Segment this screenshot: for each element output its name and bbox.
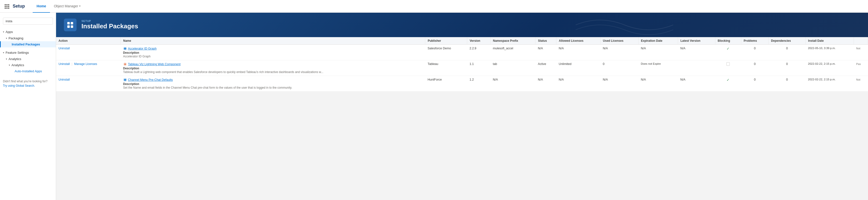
namespace-channel: N/A bbox=[490, 76, 535, 92]
col-latest: Latest Version bbox=[678, 37, 715, 45]
checkbox-icon-tableau[interactable] bbox=[726, 62, 730, 66]
install-date-channel: 2022-02-22, 2:15 p.m. bbox=[806, 76, 854, 92]
svg-rect-5 bbox=[8, 6, 9, 7]
sidebar-group-apps[interactable]: ▾ Apps bbox=[0, 29, 56, 35]
publisher-tableau: Tableau bbox=[425, 60, 467, 76]
package-icon-accel bbox=[123, 47, 127, 51]
package-link-accel[interactable]: Accelerator ID Graph bbox=[128, 47, 157, 50]
svg-rect-0 bbox=[5, 4, 6, 5]
used-accel: N/A bbox=[600, 45, 638, 60]
apps-chevron-icon: ▾ bbox=[3, 31, 4, 33]
packaging-chevron-icon: ▾ bbox=[6, 37, 7, 39]
version-accel: 2.2.9 bbox=[467, 45, 491, 60]
name-cell-accel: Accelerator ID Graph Description Acceler… bbox=[121, 45, 425, 60]
page-header-title: Installed Packages bbox=[82, 23, 138, 30]
end-status-channel: Not bbox=[854, 76, 868, 92]
svg-rect-4 bbox=[6, 6, 7, 7]
sidebar: ▾ Apps ▾ Packaging Installed Packages ▾ … bbox=[0, 13, 56, 200]
sidebar-bottom-help: Didn't find what you're looking for? Try… bbox=[0, 75, 56, 92]
desc-text-channel: Set the Name and email fields in the Cha… bbox=[123, 86, 423, 89]
dependencies-accel: 0 bbox=[769, 45, 806, 60]
status-channel: N/A bbox=[535, 76, 556, 92]
allowed-tableau: Unlimited bbox=[556, 60, 600, 76]
manage-licenses-link-tableau[interactable]: Manage Licenses bbox=[74, 62, 97, 66]
col-expiration: Expiration Date bbox=[638, 37, 678, 45]
install-date-accel: 2022-05-10, 3:39 p.m. bbox=[806, 45, 854, 60]
feature-settings-chevron-icon: ▾ bbox=[3, 51, 4, 54]
dependencies-channel: 0 bbox=[769, 76, 806, 92]
latest-accel: N/A bbox=[678, 45, 715, 60]
desc-label-tableau: Description bbox=[123, 67, 423, 70]
sidebar-subgroup-analytics[interactable]: ▾ Analytics bbox=[0, 56, 56, 62]
action-separator: | bbox=[72, 62, 72, 66]
dependencies-tableau: 0 bbox=[769, 60, 806, 76]
tab-home[interactable]: Home bbox=[33, 0, 50, 13]
allowed-channel: N/A bbox=[556, 76, 600, 92]
blocking-tableau bbox=[715, 60, 741, 76]
col-name: Name bbox=[121, 37, 425, 45]
nav-tabs: Home Object Manager ▾ bbox=[33, 0, 84, 13]
uninstall-link-accel[interactable]: Uninstall bbox=[59, 47, 70, 50]
blocking-accel: ✓ bbox=[715, 45, 741, 60]
version-tableau: 1.1 bbox=[467, 60, 491, 76]
latest-tableau bbox=[678, 60, 715, 76]
used-channel: N/A bbox=[600, 76, 638, 92]
check-icon-channel: ✓ bbox=[726, 78, 730, 82]
sidebar-search-container bbox=[0, 16, 56, 28]
action-cell-channel: Uninstall bbox=[56, 76, 121, 92]
svg-rect-8 bbox=[8, 7, 9, 9]
uninstall-link-tableau[interactable]: Uninstall bbox=[59, 62, 70, 66]
sidebar-subgroup-packaging[interactable]: ▾ Packaging bbox=[0, 35, 56, 41]
tab-object-manager[interactable]: Object Manager ▾ bbox=[50, 0, 84, 13]
app-launcher-icon[interactable] bbox=[3, 2, 11, 10]
sidebar-item-installed-packages[interactable]: Installed Packages bbox=[0, 41, 56, 47]
col-problems: Problems bbox=[741, 37, 768, 45]
analytics-chevron-icon: ▾ bbox=[6, 58, 7, 60]
sidebar-section-apps: ▾ Apps ▾ Packaging Installed Packages bbox=[0, 28, 56, 48]
page-header-text: SETUP Installed Packages bbox=[82, 20, 138, 30]
svg-rect-2 bbox=[8, 4, 9, 5]
col-install-date: Install Date bbox=[806, 37, 854, 45]
search-input[interactable] bbox=[3, 18, 53, 25]
desc-label-accel: Description bbox=[123, 51, 423, 54]
namespace-accel: mulesoft_accel bbox=[490, 45, 535, 60]
top-navigation: Setup Home Object Manager ▾ bbox=[0, 0, 868, 13]
expiration-tableau: Does not Expire bbox=[638, 60, 678, 76]
end-status-accel: Not bbox=[854, 45, 868, 60]
svg-rect-1 bbox=[6, 4, 7, 5]
object-manager-dropdown-icon: ▾ bbox=[79, 5, 81, 7]
problems-channel: 0 bbox=[741, 76, 768, 92]
col-used: Used Licenses bbox=[600, 37, 638, 45]
sidebar-group-feature-settings[interactable]: ▾ Feature Settings bbox=[0, 49, 56, 56]
desc-text-accel: Accelerator ID Graph bbox=[123, 55, 423, 58]
col-blocking: Blocking bbox=[715, 37, 741, 45]
packages-table-container: Action Name Publisher Version Namespace … bbox=[56, 37, 868, 92]
uninstall-link-channel[interactable]: Uninstall bbox=[59, 78, 70, 81]
page-header: SETUP Installed Packages bbox=[56, 13, 868, 37]
status-accel: N/A bbox=[535, 45, 556, 60]
page-header-setup-label: SETUP bbox=[82, 20, 138, 23]
col-action: Action bbox=[56, 37, 121, 45]
table-row: Uninstall Channel Menu Pre-Chat Defaults… bbox=[56, 76, 868, 92]
expiration-accel: N/A bbox=[638, 45, 678, 60]
global-search-link[interactable]: Try using Global Search. bbox=[3, 84, 35, 87]
package-link-channel[interactable]: Channel Menu Pre-Chat Defaults bbox=[128, 78, 173, 82]
main-layout: ▾ Apps ▾ Packaging Installed Packages ▾ … bbox=[0, 13, 868, 200]
desc-label-channel: Description bbox=[123, 82, 423, 86]
analytics-inner-chevron-icon: ▾ bbox=[9, 64, 10, 66]
main-content: SETUP Installed Packages Action Name Pub… bbox=[56, 13, 868, 200]
svg-rect-7 bbox=[6, 7, 7, 9]
table-header-row: Action Name Publisher Version Namespace … bbox=[56, 37, 868, 45]
used-tableau: 0 bbox=[600, 60, 638, 76]
publisher-accel: Salesforce Demo bbox=[425, 45, 467, 60]
end-status-tableau: Pas bbox=[854, 60, 868, 76]
publisher-channel: HuntForce bbox=[425, 76, 467, 92]
package-icon-channel bbox=[123, 78, 127, 82]
sidebar-item-auto-installed-apps[interactable]: Auto-Installed Apps bbox=[0, 68, 56, 74]
svg-rect-10 bbox=[71, 22, 73, 24]
col-publisher: Publisher bbox=[425, 37, 467, 45]
sidebar-subgroup-analytics-inner[interactable]: ▾ Analytics bbox=[0, 62, 56, 68]
table-row: Uninstall Accelerator ID Graph Descripti… bbox=[56, 45, 868, 60]
package-link-tableau[interactable]: Tableau Viz Lightning Web Component bbox=[128, 62, 181, 66]
latest-channel: N/A bbox=[678, 76, 715, 92]
